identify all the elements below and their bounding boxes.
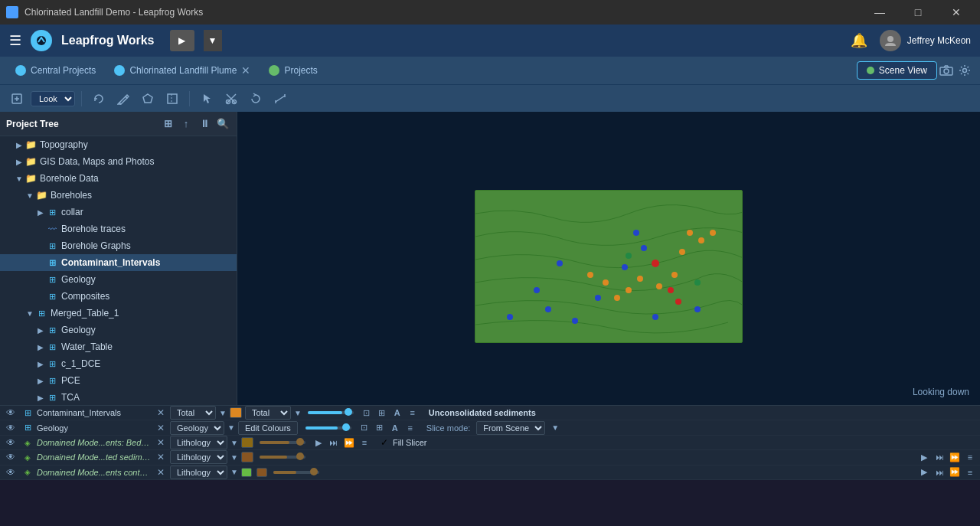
action-list-c[interactable]: ≡ bbox=[963, 466, 977, 479]
tree-item-boreholes[interactable]: ▼ 📁 Boreholes bbox=[0, 187, 237, 204]
window-controls: — □ ✕ bbox=[862, 0, 974, 25]
action-resize[interactable]: ⊡ bbox=[360, 406, 374, 420]
tree-item-dce[interactable]: ▶ ⊞ c_1_DCE bbox=[0, 355, 237, 372]
action-end-b[interactable]: ⏩ bbox=[342, 436, 356, 449]
attr-select-sediments[interactable]: Lithology bbox=[170, 450, 227, 464]
action-grid-g[interactable]: ⊞ bbox=[373, 421, 387, 435]
menu-icon[interactable]: ☰ bbox=[9, 32, 21, 49]
action-list-b[interactable]: ≡ bbox=[358, 436, 371, 449]
fill-slicer-checkbox[interactable]: ✓ bbox=[381, 437, 388, 448]
opacity-slider-bedrock[interactable] bbox=[260, 441, 305, 444]
attr-select-bedrock[interactable]: Lithology bbox=[170, 436, 227, 449]
close-button[interactable]: ✕ bbox=[939, 0, 974, 25]
action-step-c[interactable]: ⏭ bbox=[933, 466, 946, 479]
tree-item-borehole-data[interactable]: ▼ 📁 Borehole Data bbox=[0, 170, 237, 187]
select-tool[interactable] bbox=[196, 88, 217, 109]
refresh-tool[interactable] bbox=[245, 88, 266, 109]
scene-view-panel[interactable]: Looking down bbox=[237, 112, 980, 405]
notification-icon[interactable]: 🔔 bbox=[851, 32, 867, 49]
tree-item-tca[interactable]: ▶ ⊞ TCA bbox=[0, 389, 237, 405]
tree-item-merged[interactable]: ▼ ⊞ Merged_Table_1 bbox=[0, 305, 237, 322]
svg-point-20 bbox=[572, 318, 578, 324]
svg-point-4 bbox=[963, 69, 967, 73]
tree-item-composites[interactable]: ⊞ Composites bbox=[0, 288, 237, 305]
attr-select-geology[interactable]: Geology bbox=[170, 421, 224, 435]
tree-icon-pause[interactable]: ⏸ bbox=[197, 116, 212, 132]
color-swatch-contacts-1[interactable] bbox=[241, 468, 252, 477]
attr-select-contaminant-1[interactable]: Total bbox=[170, 406, 216, 420]
action-play-b[interactable]: ▶ bbox=[312, 436, 325, 449]
layer-close-geology[interactable]: ✕ bbox=[155, 423, 167, 433]
look-select[interactable]: Look bbox=[31, 91, 75, 106]
color-swatch-sediments[interactable] bbox=[241, 452, 253, 462]
tab-chlorinated[interactable]: Chlorinated Landfill Plume ✕ bbox=[105, 58, 260, 83]
rotate-tool[interactable] bbox=[88, 88, 109, 109]
opacity-slider-contacts[interactable] bbox=[273, 471, 319, 474]
header-dropdown[interactable]: ▼ bbox=[204, 30, 222, 51]
svg-point-36 bbox=[698, 237, 704, 243]
tree-item-borehole-graphs[interactable]: ⊞ Borehole Graphs bbox=[0, 237, 237, 254]
tree-item-contaminant[interactable]: ⊞ Contaminant_Intervals bbox=[0, 254, 237, 271]
tab-close-chlorinated[interactable]: ✕ bbox=[241, 64, 250, 77]
action-step-b[interactable]: ⏭ bbox=[327, 436, 341, 449]
settings-scene-icon[interactable] bbox=[956, 58, 974, 83]
minimize-button[interactable]: — bbox=[862, 0, 897, 25]
eye-geology[interactable]: 👁 bbox=[3, 423, 18, 433]
action-end-s[interactable]: ⏩ bbox=[948, 450, 962, 464]
opacity-slider-contaminant[interactable] bbox=[308, 411, 354, 414]
color-swatch-contacts-2[interactable] bbox=[256, 468, 267, 477]
pencil-tool[interactable] bbox=[113, 88, 134, 109]
box-tool[interactable] bbox=[162, 88, 183, 109]
action-list-s[interactable]: ≡ bbox=[963, 450, 977, 464]
tab-projects[interactable]: Projects bbox=[260, 58, 326, 83]
eye-sediments[interactable]: 👁 bbox=[3, 452, 18, 462]
tree-item-pce[interactable]: ▶ ⊞ PCE bbox=[0, 372, 237, 389]
action-end-c[interactable]: ⏩ bbox=[948, 466, 962, 479]
eye-contaminant[interactable]: 👁 bbox=[3, 407, 18, 418]
tree-item-borehole-traces[interactable]: 〰 Borehole traces bbox=[0, 221, 237, 237]
action-list[interactable]: ≡ bbox=[406, 406, 420, 420]
layer-close-contacts[interactable]: ✕ bbox=[155, 467, 167, 478]
opacity-slider-sediments[interactable] bbox=[260, 456, 305, 459]
tree-item-topography[interactable]: ▶ 📁 Topography bbox=[0, 136, 237, 153]
edit-colours-button[interactable]: Edit Colours bbox=[238, 421, 298, 435]
tree-icon-1[interactable]: ⊞ bbox=[160, 116, 175, 132]
tree-search-icon[interactable]: 🔍 bbox=[215, 116, 230, 132]
action-list-g[interactable]: ≡ bbox=[403, 421, 417, 435]
tab-central-projects[interactable]: Central Projects bbox=[6, 58, 105, 83]
tree-item-water[interactable]: ▶ ⊞ Water_Table bbox=[0, 338, 237, 355]
tree-icon-up[interactable]: ↑ bbox=[178, 116, 194, 132]
user-menu[interactable]: Jeffrey McKeon bbox=[880, 30, 971, 51]
play-button[interactable]: ▶ bbox=[170, 30, 194, 51]
action-play-s[interactable]: ▶ bbox=[917, 450, 931, 464]
color-swatch-bedrock[interactable] bbox=[241, 437, 253, 448]
color-swatch-contaminant[interactable] bbox=[230, 407, 242, 418]
camera-icon[interactable] bbox=[937, 58, 956, 83]
action-step-s[interactable]: ⏭ bbox=[933, 450, 946, 464]
maximize-button[interactable]: □ bbox=[900, 0, 936, 25]
tree-item-gis[interactable]: ▶ 📁 GIS Data, Maps and Photos bbox=[0, 153, 237, 170]
eye-bedrock[interactable]: 👁 bbox=[3, 437, 18, 448]
tree-item-geology-m[interactable]: ▶ ⊞ Geology bbox=[0, 322, 237, 338]
action-resize-g[interactable]: ⊡ bbox=[358, 421, 371, 435]
layer-close-bedrock[interactable]: ✕ bbox=[155, 437, 167, 448]
attr-select-contaminant-2[interactable]: Total bbox=[245, 406, 291, 420]
polygon-tool[interactable] bbox=[137, 88, 158, 109]
tree-content[interactable]: ▶ 📁 Topography ▶ 📁 GIS Data, Maps and Ph… bbox=[0, 136, 237, 405]
layer-close-contaminant[interactable]: ✕ bbox=[155, 407, 167, 418]
attr-select-contacts[interactable]: Lithology bbox=[170, 466, 227, 479]
action-text-g[interactable]: A bbox=[388, 421, 402, 435]
measure-tool[interactable] bbox=[270, 88, 291, 109]
action-grid[interactable]: ⊞ bbox=[375, 406, 389, 420]
action-text[interactable]: A bbox=[390, 406, 404, 420]
tree-item-collar[interactable]: ▶ ⊞ collar bbox=[0, 204, 237, 221]
slice-mode-select[interactable]: From Scene bbox=[476, 421, 545, 435]
expand-toolbar-button[interactable] bbox=[6, 88, 28, 109]
opacity-slider-geology[interactable] bbox=[305, 426, 351, 430]
action-play-c[interactable]: ▶ bbox=[917, 466, 931, 479]
scene-view-button[interactable]: Scene View bbox=[857, 61, 937, 80]
cut-tool[interactable] bbox=[220, 88, 242, 109]
tree-item-geology-bh[interactable]: ⊞ Geology bbox=[0, 271, 237, 288]
eye-contacts[interactable]: 👁 bbox=[3, 467, 18, 478]
layer-close-sediments[interactable]: ✕ bbox=[155, 452, 167, 462]
